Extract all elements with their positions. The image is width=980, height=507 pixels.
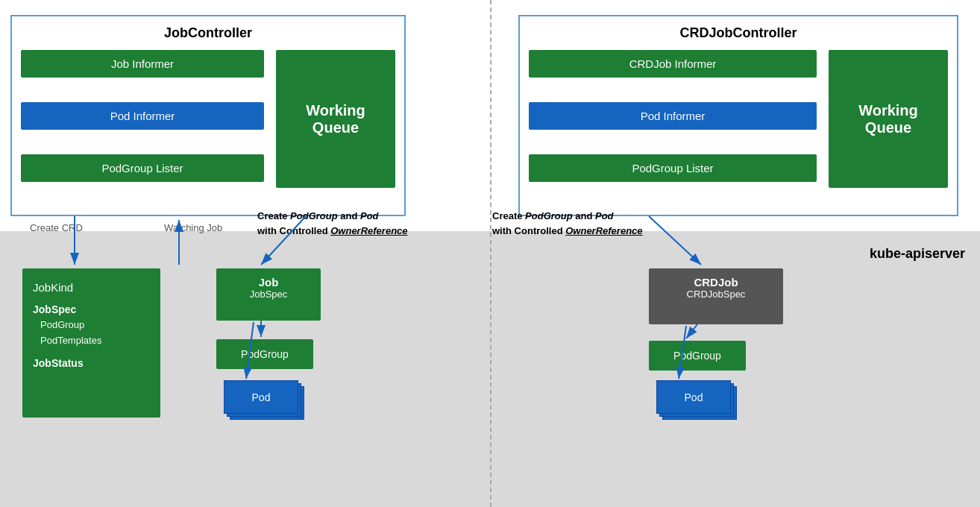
left-working-queue: WorkingQueue <box>276 50 395 188</box>
crdjob-title: CRDJob <box>659 276 773 289</box>
divider <box>490 0 491 507</box>
podtemplates-label: PodTemplates <box>33 333 150 349</box>
right-podgroup-box: PodGroup <box>649 341 746 371</box>
job-title: Job <box>227 276 310 289</box>
kube-apiserver-label: kube-apiserver <box>870 246 965 262</box>
job-kind-box: JobKind JobSpec PodGroup PodTemplates Jo… <box>22 268 160 418</box>
left-controller-box: JobController Job Informer Pod Informer … <box>10 15 406 216</box>
left-pod-informer-block: Pod Informer <box>21 102 264 130</box>
podgroup-label: PodGroup <box>33 318 150 333</box>
create-podgroup-right-label: Create PodGroup and Pod with Controlled … <box>492 209 643 238</box>
job-spec-label: JobSpec <box>33 301 150 318</box>
left-podgroup-box: PodGroup <box>216 339 313 369</box>
right-working-queue: WorkingQueue <box>829 50 948 188</box>
right-controller-title: CRDJobController <box>529 25 948 41</box>
job-jobspec: JobSpec <box>227 289 310 300</box>
right-controller-box: CRDJobController CRDJob Informer Pod Inf… <box>518 15 958 216</box>
job-status-label: JobStatus <box>33 355 150 371</box>
right-pod-informer-block: Pod Informer <box>529 102 817 130</box>
crdjob-spec: CRDJobSpec <box>659 289 773 300</box>
left-pod-tile-1: Pod <box>224 380 298 414</box>
job-box: Job JobSpec <box>216 268 321 321</box>
left-podgroup-lister-block: PodGroup Lister <box>21 154 264 182</box>
job-kind-title: JobKind <box>33 279 150 297</box>
right-podgroup-lister-block: PodGroup Lister <box>529 154 817 182</box>
create-crd-label: Create CRD <box>30 222 83 233</box>
watching-job-label: Watching Job <box>164 222 222 233</box>
job-informer-block: Job Informer <box>21 50 264 78</box>
diagram: JobController Job Informer Pod Informer … <box>0 0 980 507</box>
create-podgroup-left-label: Create PodGroup and Pod with Controlled … <box>257 209 408 238</box>
crdjob-informer-block: CRDJob Informer <box>529 50 817 78</box>
crdjob-box: CRDJob CRDJobSpec <box>649 268 783 324</box>
right-pod-tile-1: Pod <box>656 380 731 414</box>
left-controller-title: JobController <box>21 25 395 41</box>
